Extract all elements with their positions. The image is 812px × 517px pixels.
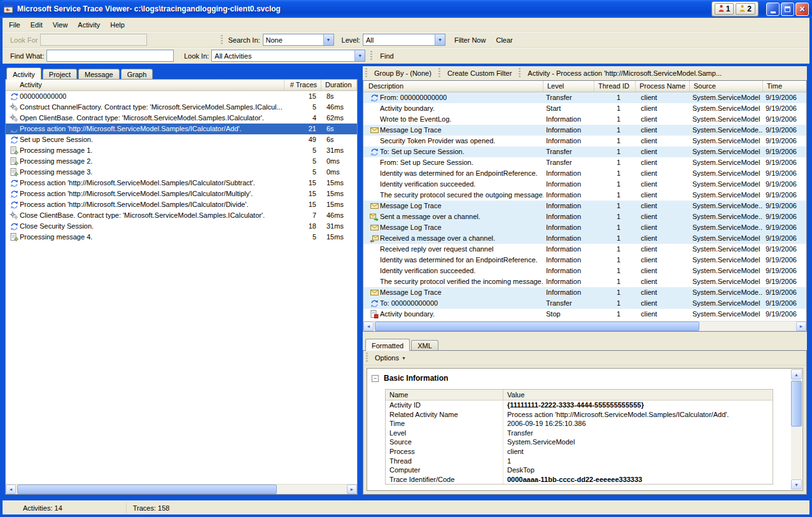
activity-row[interactable]: Processing message 4.515ms	[6, 232, 357, 243]
menu-item-view[interactable]: View	[48, 19, 73, 31]
column-header[interactable]: Activity	[6, 80, 284, 90]
column-header[interactable]: Thread ID	[594, 81, 636, 92]
trace-row[interactable]: Sent a message over a channel.Informatio…	[363, 211, 806, 222]
activity-row[interactable]: Close Security Session.1831ms	[6, 221, 357, 232]
filter-now-button[interactable]: Filter Now	[449, 34, 491, 46]
trace-row[interactable]: To: Set up Secure Session.Transfer1clien…	[363, 146, 806, 157]
trace-level: Information	[543, 287, 594, 298]
detail-vertical-scrollbar[interactable]: ▲ ▼	[791, 369, 802, 490]
trace-row[interactable]: Security Token Provider was opened.Infor…	[363, 136, 806, 146]
trace-row[interactable]: Message Log TraceInformation1clientSyste…	[363, 201, 806, 211]
trace-row[interactable]: Identity verification succeeded.Informat…	[363, 179, 806, 190]
annotation-badge-group: 1 2	[711, 1, 759, 17]
trace-source: System.ServiceMode...	[690, 125, 763, 136]
maximize-button[interactable]	[781, 3, 794, 16]
trace-toolbar-item[interactable]: Group By - (None)	[370, 68, 436, 78]
column-header[interactable]: Duration	[321, 80, 357, 90]
activity-row[interactable]: Processing message 1.531ms	[6, 145, 357, 156]
trace-horizontal-scrollbar[interactable]: ◄ ►	[363, 321, 806, 331]
activity-row[interactable]: Open ClientBase. Contract type: 'Microso…	[6, 113, 357, 124]
collapse-toggle[interactable]: −	[372, 375, 379, 382]
trace-row[interactable]: From: Set up Secure Session.Transfer1cli…	[363, 157, 806, 168]
trace-row[interactable]: From: 000000000000Transfer1clientSystem.…	[363, 92, 806, 103]
options-button[interactable]: Options ▼	[370, 353, 410, 363]
column-header[interactable]: Time	[763, 81, 806, 92]
tab-formatted[interactable]: Formatted	[365, 339, 410, 351]
column-header[interactable]: Description	[363, 81, 543, 92]
scrollbar-track[interactable]	[374, 322, 796, 331]
tab-xml[interactable]: XML	[411, 340, 438, 351]
clear-button[interactable]: Clear	[491, 34, 517, 46]
column-header[interactable]: Source	[690, 81, 763, 92]
menu-item-activity[interactable]: Activity	[73, 19, 105, 31]
close-button[interactable]: ×	[795, 3, 809, 16]
minimize-button[interactable]	[766, 3, 780, 16]
scroll-down-icon[interactable]: ▼	[791, 479, 802, 490]
search-in-combo[interactable]: None ▼	[263, 34, 334, 46]
annotation-badge-2[interactable]: 2	[736, 3, 755, 15]
scroll-right-icon[interactable]: ►	[347, 485, 357, 494]
trace-row[interactable]: Identity was determined for an EndpointR…	[363, 255, 806, 266]
look-in-combo[interactable]: All Activities ▼	[211, 50, 365, 62]
trace-row[interactable]: Message Log TraceInformation1clientSyste…	[363, 287, 806, 298]
trace-thread-id: 1	[594, 157, 636, 168]
trace-process-name: client	[636, 114, 690, 125]
activity-row[interactable]: Processing message 2.50ms	[6, 156, 357, 167]
tab-activity[interactable]: Activity	[6, 67, 41, 80]
tab-message[interactable]: Message	[78, 69, 120, 80]
tab-project[interactable]: Project	[43, 69, 77, 80]
activity-row[interactable]: 000000000000158s	[6, 91, 357, 102]
activity-row[interactable]: Processing message 3.50ms	[6, 167, 357, 178]
activity-row[interactable]: Close ClientBase. Contract type: 'Micros…	[6, 210, 357, 221]
detail-value: DeskTop	[503, 465, 773, 475]
column-header[interactable]: # Traces	[284, 80, 321, 90]
menu-item-edit[interactable]: Edit	[25, 19, 48, 31]
menu-item-file[interactable]: File	[4, 19, 25, 31]
column-header[interactable]: Process Name	[636, 81, 690, 92]
look-for-input[interactable]	[40, 34, 147, 46]
trace-row[interactable]: The security protocol verified the incom…	[363, 276, 806, 287]
trace-row[interactable]: To: 000000000000Transfer1clientSystem.Se…	[363, 298, 806, 309]
vertical-scrollbar-thumb[interactable]	[791, 381, 802, 427]
scrollbar-track[interactable]	[16, 485, 347, 494]
detail-table-body: Activity ID{11111111-2222-3333-4444-5555…	[386, 400, 773, 484]
trace-row[interactable]: Identity was determined for an EndpointR…	[363, 168, 806, 179]
activity-label: Close Security Session.	[20, 221, 94, 232]
activity-row[interactable]: Set up Secure Session.496s	[6, 134, 357, 145]
annotation-badge-1[interactable]: 1	[715, 3, 734, 15]
scroll-left-icon[interactable]: ◄	[363, 322, 374, 331]
trace-description: Identity verification succeeded.	[380, 266, 475, 276]
scroll-right-icon[interactable]: ►	[796, 322, 806, 331]
trace-row[interactable]: Message Log TraceInformation1clientSyste…	[363, 125, 806, 136]
menu-item-help[interactable]: Help	[105, 19, 130, 31]
activity-row[interactable]: Process action 'http://Microsoft.Service…	[6, 178, 357, 188]
scroll-up-icon[interactable]: ▲	[791, 369, 802, 379]
trace-row[interactable]: Received a message over a channel.Inform…	[363, 233, 806, 244]
trace-row[interactable]: Message Log TraceInformation1clientSyste…	[363, 222, 806, 233]
activity-row[interactable]: Process action 'http://Microsoft.Service…	[6, 199, 357, 210]
find-button[interactable]: Find	[375, 50, 398, 62]
maximize-icon	[785, 6, 790, 12]
find-what-input[interactable]	[46, 50, 174, 62]
column-header[interactable]: Level	[543, 81, 594, 92]
activity-row[interactable]: Construct ChannelFactory. Contract type:…	[6, 102, 357, 113]
activity-horizontal-scrollbar[interactable]: ◄ ►	[6, 484, 357, 494]
level-combo[interactable]: All ▼	[363, 34, 445, 46]
trace-row[interactable]: Wrote to the EventLog.Information1client…	[363, 114, 806, 125]
trace-description-cell: Message Log Trace	[363, 222, 543, 233]
activity-row[interactable]: Process action 'http://Microsoft.Service…	[6, 188, 357, 199]
horizontal-scrollbar-thumb[interactable]	[375, 322, 699, 331]
horizontal-scrollbar-thumb[interactable]	[17, 485, 277, 494]
scrollbar-track[interactable]	[791, 379, 802, 479]
trace-row[interactable]: The security protocol secured the outgoi…	[363, 190, 806, 201]
scroll-left-icon[interactable]: ◄	[6, 485, 16, 494]
trace-row[interactable]: Activity boundary.Start1clientSystem.Ser…	[363, 103, 806, 114]
trace-description: The security protocol secured the outgoi…	[380, 190, 543, 201]
activity-row[interactable]: Process action 'http://Microsoft.Service…	[6, 124, 357, 134]
trace-toolbar-item[interactable]: Create Custom Filter	[443, 68, 516, 78]
trace-time: 9/19/2006	[763, 168, 806, 179]
trace-row[interactable]: Received reply over request channelInfor…	[363, 244, 806, 255]
trace-row[interactable]: Activity boundary.Stop1clientSystem.Serv…	[363, 309, 806, 320]
tab-graph[interactable]: Graph	[121, 69, 153, 80]
trace-row[interactable]: Identity verification succeeded.Informat…	[363, 266, 806, 276]
